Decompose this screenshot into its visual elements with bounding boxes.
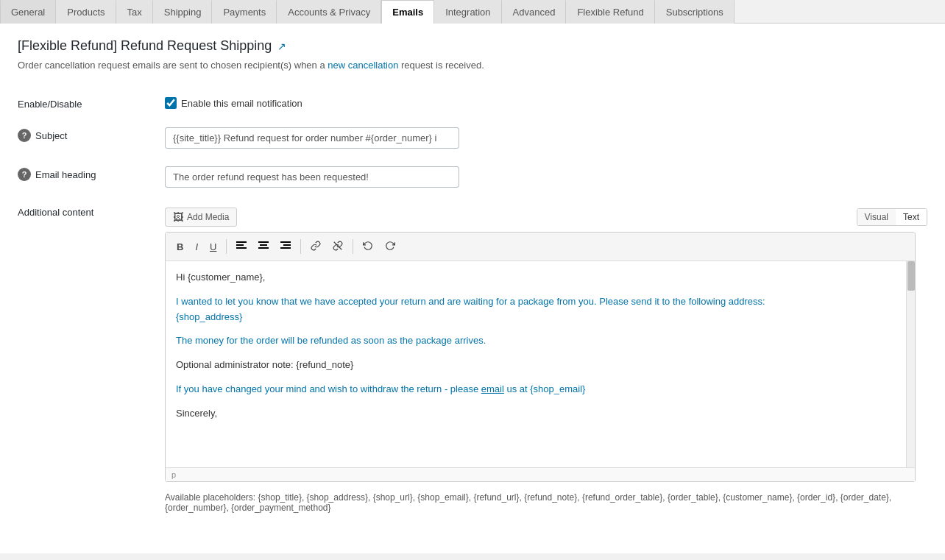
tab-payments[interactable]: Payments: [212, 0, 277, 24]
text-tab[interactable]: Text: [896, 209, 927, 225]
svg-rect-5: [258, 247, 269, 249]
editor-status-text: p: [171, 470, 176, 479]
email-heading-input[interactable]: [165, 166, 459, 188]
page-title: [Flexible Refund] Refund Request Shippin…: [18, 38, 927, 54]
undo-button[interactable]: [358, 237, 378, 256]
enable-checkbox-label[interactable]: Enable this email notification: [165, 97, 927, 109]
email-heading-row: ? Email heading: [18, 157, 927, 196]
svg-rect-0: [236, 241, 247, 243]
subject-label: Subject: [35, 130, 67, 141]
editor-status-bar: p: [166, 467, 915, 481]
visual-tab[interactable]: Visual: [857, 209, 896, 225]
svg-rect-2: [236, 247, 247, 249]
underline-button[interactable]: U: [205, 238, 222, 255]
unlink-button[interactable]: [328, 237, 348, 256]
svg-rect-1: [236, 244, 244, 246]
toolbar-sep-2: [300, 239, 301, 254]
tab-flexible-refund[interactable]: Flexible Refund: [566, 0, 654, 24]
editor-content-wrapper: Hi {customer_name}, I wanted to let you …: [166, 261, 915, 467]
tab-shipping[interactable]: Shipping: [153, 0, 213, 24]
editor-p4: Optional administrator note: {refund_not…: [176, 358, 905, 373]
add-media-button[interactable]: 🖼 Add Media: [165, 208, 237, 227]
additional-content-label: Additional content: [18, 207, 93, 218]
tab-products[interactable]: Products: [56, 0, 116, 24]
tab-general[interactable]: General: [0, 0, 56, 24]
italic-button[interactable]: I: [190, 238, 203, 255]
redo-button[interactable]: [380, 237, 400, 256]
align-center-button[interactable]: [253, 238, 274, 255]
placeholders-text: Available placeholders: {shop_title}, {s…: [165, 492, 891, 513]
editor-p2: I wanted to let you know that we have ac…: [176, 294, 905, 325]
page-title-text: [Flexible Refund] Refund Request Shippin…: [18, 38, 272, 54]
editor-top-bar: 🖼 Add Media Visual Text: [165, 205, 927, 229]
align-left-button[interactable]: [231, 238, 252, 255]
tab-subscriptions[interactable]: Subscriptions: [655, 0, 735, 24]
editor-scrollbar-thumb[interactable]: [907, 261, 915, 291]
enable-disable-row: Enable/Disable Enable this email notific…: [18, 88, 927, 118]
new-link[interactable]: new cancellation: [328, 60, 398, 71]
editor-content-area[interactable]: Hi {customer_name}, I wanted to let you …: [166, 261, 915, 467]
form-table: Enable/Disable Enable this email notific…: [18, 88, 927, 526]
svg-rect-8: [280, 247, 291, 249]
subject-help-icon[interactable]: ?: [18, 129, 31, 142]
tab-tax[interactable]: Tax: [116, 0, 153, 24]
editor-wrapper: B I U: [165, 232, 916, 482]
tab-advanced[interactable]: Advanced: [502, 0, 567, 24]
editor-p6: Sincerely,: [176, 406, 905, 422]
add-media-icon: 🖼: [173, 211, 183, 223]
subject-input[interactable]: [165, 127, 459, 149]
editor-p3: The money for the order will be refunded…: [176, 333, 905, 349]
bold-button[interactable]: B: [171, 238, 188, 255]
enable-checkbox-text: Enable this email notification: [181, 98, 302, 109]
tab-accounts-privacy[interactable]: Accounts & Privacy: [277, 0, 381, 24]
svg-rect-7: [283, 244, 291, 246]
settings-tabs: GeneralProductsTaxShippingPaymentsAccoun…: [0, 0, 945, 24]
toolbar-sep-3: [353, 239, 353, 254]
toolbar-sep-1: [226, 239, 227, 254]
link-button[interactable]: [305, 237, 326, 256]
align-right-button[interactable]: [275, 238, 296, 255]
additional-content-row: Additional content 🖼 Add Media Visual Te…: [18, 196, 927, 526]
editor-mode-tabs: Visual Text: [857, 208, 927, 226]
editor-toolbar: B I U: [166, 233, 915, 261]
enable-checkbox[interactable]: [165, 97, 177, 109]
editor-p1: Hi {customer_name},: [176, 270, 905, 286]
email-heading-label: Email heading: [35, 169, 96, 180]
page-description: Order cancellation request emails are se…: [18, 60, 927, 71]
tab-emails[interactable]: Emails: [381, 0, 434, 24]
svg-rect-6: [280, 241, 291, 243]
placeholders-section: Available placeholders: {shop_title}, {s…: [165, 482, 916, 517]
add-media-label: Add Media: [187, 212, 229, 222]
main-content: [Flexible Refund] Refund Request Shippin…: [0, 24, 945, 553]
page-title-link[interactable]: ↗: [277, 40, 286, 52]
email-heading-help-icon[interactable]: ?: [18, 168, 31, 181]
svg-rect-3: [258, 241, 269, 243]
editor-p5: If you have changed your mind and wish t…: [176, 382, 905, 397]
svg-rect-4: [260, 244, 267, 246]
editor-scrollbar[interactable]: [906, 261, 915, 467]
tab-integration[interactable]: Integration: [434, 0, 501, 24]
subject-row: ? Subject: [18, 118, 927, 157]
enable-disable-label: Enable/Disable: [18, 99, 82, 110]
